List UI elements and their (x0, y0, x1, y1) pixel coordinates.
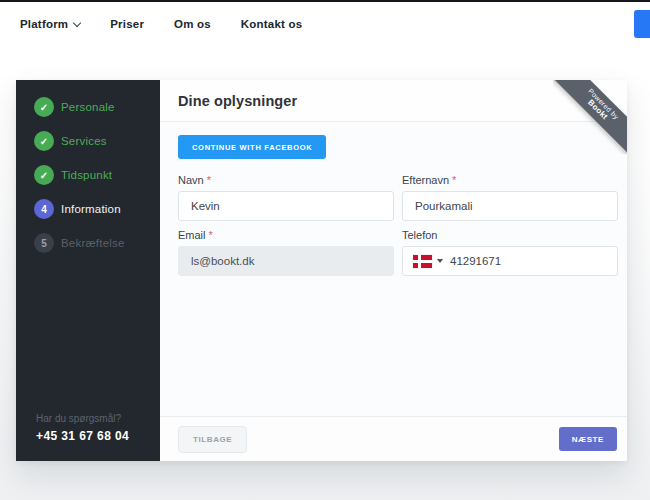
phone-input[interactable]: 41291671 (402, 246, 618, 276)
email-label: Email* (178, 229, 394, 241)
sidebar-help-block: Har du spørgsmål? +45 31 67 68 04 (16, 413, 160, 461)
check-icon: ✓ (34, 97, 54, 117)
back-button[interactable]: TILBAGE (178, 426, 247, 453)
required-asterisk: * (207, 174, 211, 186)
first-name-input[interactable] (178, 191, 394, 221)
required-asterisk: * (209, 229, 213, 241)
form-panel: Powered by Bookt Dine oplysninger CONTIN… (160, 80, 627, 461)
nav-item-om-os-label: Om os (174, 18, 211, 30)
required-asterisk: * (452, 174, 456, 186)
last-name-label: Efternavn* (402, 174, 618, 186)
denmark-flag-icon (413, 255, 432, 268)
step-information[interactable]: 4 Information (34, 199, 160, 219)
last-name-input[interactable] (402, 191, 618, 221)
clipped-cta-button[interactable] (634, 10, 650, 38)
panel-header: Dine oplysninger (160, 80, 627, 122)
step-personale[interactable]: ✓ Personale (34, 97, 160, 117)
email-field (178, 246, 394, 276)
page-title: Dine oplysninger (178, 93, 297, 109)
phone-label: Telefon (402, 229, 618, 241)
panel-body: CONTINUE WITH FACEBOOK Navn* Efternavn* … (160, 122, 627, 416)
nav-item-kontakt-os[interactable]: Kontakt os (241, 18, 302, 30)
wizard-steps: ✓ Personale ✓ Services ✓ Tidspunkt 4 Inf… (16, 80, 160, 267)
nav-item-priser-label: Priser (110, 18, 144, 30)
step-number-badge: 5 (34, 233, 54, 253)
next-button[interactable]: NÆSTE (559, 427, 617, 451)
top-navigation: Platform Priser Om os Kontakt os (0, 2, 650, 46)
booking-widget-card: ✓ Personale ✓ Services ✓ Tidspunkt 4 Inf… (16, 80, 627, 461)
help-phone-number: +45 31 67 68 04 (36, 429, 150, 443)
step-bekraeftelse[interactable]: 5 Bekræftelse (34, 233, 160, 253)
field-phone: Telefon 41291671 (402, 221, 618, 276)
step-label: Bekræftelse (61, 237, 125, 249)
step-number-badge: 4 (34, 199, 54, 219)
nav-item-om-os[interactable]: Om os (174, 18, 211, 30)
help-question: Har du spørgsmål? (36, 413, 150, 424)
continue-with-facebook-button[interactable]: CONTINUE WITH FACEBOOK (178, 135, 326, 159)
panel-footer: TILBAGE NÆSTE (160, 416, 627, 461)
nav-item-platform[interactable]: Platform (20, 18, 80, 30)
step-label: Information (61, 203, 121, 215)
step-label: Personale (61, 101, 115, 113)
field-email: Email* (178, 221, 394, 276)
phone-number-value[interactable]: 41291671 (450, 255, 501, 267)
chevron-down-icon (73, 18, 81, 26)
check-icon: ✓ (34, 165, 54, 185)
form-grid: Navn* Efternavn* Email* Telefon (178, 166, 618, 276)
step-services[interactable]: ✓ Services (34, 131, 160, 151)
first-name-label: Navn* (178, 174, 394, 186)
wizard-sidebar: ✓ Personale ✓ Services ✓ Tidspunkt 4 Inf… (16, 80, 160, 461)
nav-item-kontakt-os-label: Kontakt os (241, 18, 302, 30)
nav-item-priser[interactable]: Priser (110, 18, 144, 30)
field-first-name: Navn* (178, 166, 394, 221)
step-label: Tidspunkt (61, 169, 112, 181)
field-last-name: Efternavn* (402, 166, 618, 221)
caret-down-icon (437, 259, 443, 263)
step-tidspunkt[interactable]: ✓ Tidspunkt (34, 165, 160, 185)
nav-item-platform-label: Platform (20, 18, 68, 30)
check-icon: ✓ (34, 131, 54, 151)
country-code-selector[interactable] (413, 255, 443, 268)
step-label: Services (61, 135, 107, 147)
